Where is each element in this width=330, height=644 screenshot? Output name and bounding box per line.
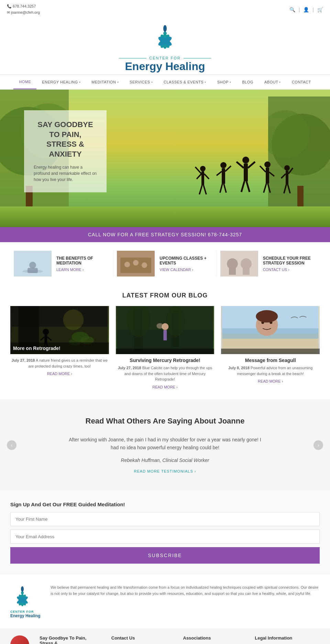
feature-classes: UPCOMING CLASSES + EVENTS VIEW CALENDAR … <box>113 251 217 276</box>
nav-meditation[interactable]: MEDITATION ▾ <box>86 75 124 89</box>
user-icon[interactable]: 👤 <box>303 7 309 12</box>
feature-schedule-link[interactable]: CONTACT US › <box>263 268 316 272</box>
svg-line-18 <box>204 174 209 179</box>
blog-grid: More on Retrograde! More on Retrograde! … <box>10 306 320 389</box>
svg-rect-41 <box>286 171 288 184</box>
call-banner-text: CALL NOW FOR A FREE STRATEGY SESSION! 67… <box>88 232 242 237</box>
blog-section: LATEST FROM OUR BLOG <box>0 285 330 399</box>
blog-card-retrograde: More on Retrograde! More on Retrograde! … <box>10 306 109 389</box>
blog-card-mercury: Surviving Mercury Retrograde! July 27, 2… <box>116 306 214 389</box>
blog-read-more-0[interactable]: READ MORE › <box>10 372 109 376</box>
footer-description: We believe that permanent healing and li… <box>51 585 320 597</box>
svg-rect-29 <box>244 163 248 181</box>
svg-rect-55 <box>220 251 258 276</box>
footer-col-legal-heading: Legal Information <box>255 635 313 641</box>
feature-classes-text: UPCOMING CLASSES + EVENTS VIEW CALENDAR … <box>160 256 213 272</box>
signup-heading: Sign Up And Get Our FREE Guided Meditati… <box>10 501 320 507</box>
nav-arrow: ▾ <box>79 81 81 84</box>
signup-email-input[interactable] <box>10 530 320 544</box>
main-nav: HOME ENERGY HEALING ▾ MEDITATION ▾ SERVI… <box>0 75 330 90</box>
svg-point-56 <box>227 258 238 269</box>
nav-blog[interactable]: BLOG <box>236 75 259 89</box>
blog-read-more-1[interactable]: READ MORE › <box>116 385 214 389</box>
blog-overlay-retrograde: More on Retrograde! <box>10 342 109 354</box>
logo-line-left <box>119 58 146 58</box>
svg-line-37 <box>269 172 274 176</box>
blog-post-meta-0: July 27, 2018 A nature friend gives us a… <box>10 358 109 369</box>
svg-point-54 <box>142 262 147 268</box>
contact-info: 📞 678.744.3257 ✉ joanne@cfeh.org <box>7 3 40 15</box>
nav-classes[interactable]: CLASSES & EVENTS ▾ <box>158 75 212 89</box>
nav-home[interactable]: HOME <box>13 75 36 89</box>
feature-classes-title: UPCOMING CLASSES + EVENTS <box>160 256 213 265</box>
blog-read-more-2[interactable]: READ MORE › <box>221 379 320 383</box>
svg-line-38 <box>264 183 266 193</box>
divider: | <box>299 7 300 12</box>
email-line: ✉ joanne@cfeh.org <box>7 10 40 16</box>
blog-card-seagull: Message from Seagull July 8, 2018 Powerf… <box>221 306 320 389</box>
footer-col-associations: Associations <box>176 635 248 644</box>
feature-img-meditation <box>14 251 52 276</box>
signup-section: Sign Up And Get Our FREE Guided Meditati… <box>0 491 330 574</box>
svg-point-78 <box>166 306 185 337</box>
svg-point-96 <box>21 586 24 592</box>
testimonial-link[interactable]: READ MORE TESTIMONIALS › <box>134 469 196 473</box>
search-icon[interactable]: 🔍 <box>289 7 295 12</box>
cart-icon[interactable]: 🛒 <box>317 7 323 12</box>
svg-point-89 <box>256 310 278 323</box>
nav-arrow: ▾ <box>230 81 231 84</box>
logo-center-text: CENTER FOR <box>149 56 181 60</box>
signup-name-input[interactable] <box>10 512 320 526</box>
footer-logo: CENTER FOR Energy Healing <box>10 585 40 618</box>
blog-overlay-mercury <box>116 349 214 354</box>
header-icons: 🔍 | 👤 | 🛒 <box>289 7 323 12</box>
blog-img-seagull <box>221 306 320 354</box>
call-banner[interactable]: CALL NOW FOR A FREE STRATEGY SESSION! 67… <box>0 227 330 242</box>
hero-subtext: Energy healing can have a profound and r… <box>34 164 97 183</box>
svg-rect-16 <box>201 171 204 185</box>
feature-boxes: THE BENEFITS OF MEDITATION LEARN MORE › … <box>0 242 330 285</box>
hero-headline: SAY GOODBYE TO PAIN, STRESS & ANXIETY <box>34 120 97 159</box>
subscribe-button[interactable]: SUBSCRIBE <box>10 547 320 564</box>
phone-line: 📞 678.744.3257 <box>7 3 40 10</box>
feature-img-classes <box>117 251 155 276</box>
svg-point-15 <box>200 166 206 171</box>
feature-meditation-link[interactable]: LEARN MORE › <box>56 268 110 272</box>
feature-meditation-title: THE BENEFITS OF MEDITATION <box>56 256 110 265</box>
nav-energy-healing[interactable]: ENERGY HEALING ▾ <box>36 75 86 89</box>
testimonial-next-button[interactable]: › <box>314 440 323 450</box>
blog-img-mercury <box>116 306 214 354</box>
logo-main-text[interactable]: Energy Healing <box>0 60 330 73</box>
svg-line-30 <box>236 162 244 168</box>
nav-services[interactable]: SERVICES ▾ <box>124 75 158 89</box>
svg-line-31 <box>248 162 255 168</box>
logo-line-right <box>184 58 211 58</box>
nav-about[interactable]: ABOUT ▾ <box>259 75 286 89</box>
svg-point-95 <box>21 591 24 594</box>
svg-point-28 <box>242 157 249 163</box>
logo-icon[interactable] <box>150 22 180 55</box>
svg-line-27 <box>224 184 226 193</box>
feature-classes-link[interactable]: VIEW CALENDAR › <box>160 268 213 272</box>
phone-number: 678.744.3257 <box>13 4 36 8</box>
blog-post-meta-1: July 27, 2018 Blue Calcite can help you … <box>116 365 214 382</box>
testimonial-prev-button[interactable]: ‹ <box>7 440 16 450</box>
nav-contact[interactable]: CONTACT <box>286 75 317 89</box>
svg-point-22 <box>220 162 227 168</box>
nav-shop[interactable]: SHOP ▾ <box>212 75 237 89</box>
email-icon: ✉ <box>7 10 10 14</box>
nav-arrow: ▾ <box>151 81 153 84</box>
svg-point-52 <box>124 262 130 267</box>
feature-schedule: SCHEDULE YOUR FREE STRATEGY SESSION CONT… <box>217 251 320 276</box>
svg-line-26 <box>220 184 222 193</box>
feature-meditation-text: THE BENEFITS OF MEDITATION LEARN MORE › <box>56 256 110 272</box>
svg-line-45 <box>288 184 290 193</box>
svg-point-5 <box>163 32 167 35</box>
testimonial-author: Rebekah Huffman, Clinical Social Worker <box>28 457 302 463</box>
svg-point-81 <box>156 323 163 329</box>
nav-arrow: ▾ <box>117 81 119 84</box>
blog-title-overlay: More on Retrograde! <box>13 346 60 351</box>
svg-line-24 <box>217 171 222 176</box>
svg-rect-80 <box>163 330 167 340</box>
phone-icon: 📞 <box>7 4 12 8</box>
